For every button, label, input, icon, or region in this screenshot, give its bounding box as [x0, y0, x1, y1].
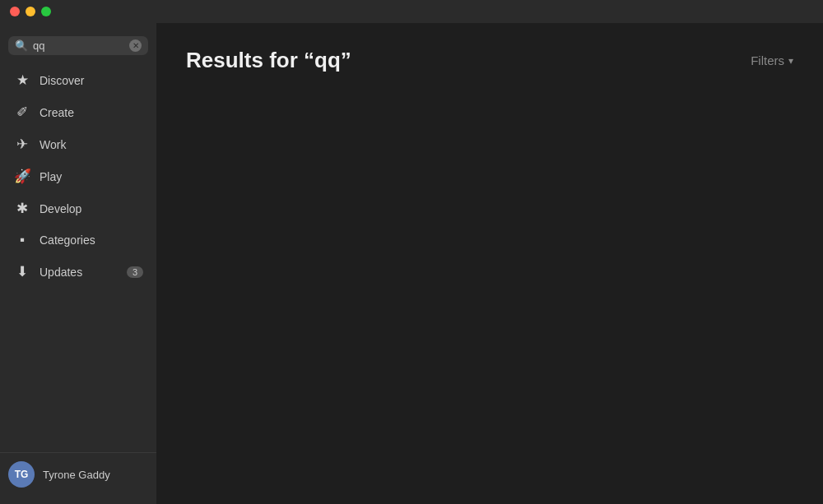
discover-icon: ★ — [13, 72, 31, 89]
user-name: Tyrone Gaddy — [43, 469, 110, 481]
traffic-lights — [10, 7, 51, 16]
sidebar-item-label-discover: Discover — [40, 74, 143, 87]
title-bar — [0, 0, 823, 23]
search-bar-container: 🔍 qq ✕ — [0, 31, 156, 65]
minimize-button[interactable] — [26, 7, 35, 16]
nav-items: ★Discover✐Create✈Work🚀Play✱Develop▪Categ… — [0, 65, 156, 446]
sidebar-item-updates[interactable]: ⬇Updates3 — [5, 257, 151, 287]
results-header: Results for “qq” Filters ▾ — [186, 48, 793, 73]
filters-label: Filters — [751, 53, 784, 67]
sidebar-item-develop[interactable]: ✱Develop — [5, 193, 151, 224]
sidebar-item-discover[interactable]: ★Discover — [5, 65, 151, 95]
sidebar-item-label-develop: Develop — [40, 202, 143, 215]
close-button[interactable] — [10, 7, 20, 16]
sidebar: 🔍 qq ✕ ★Discover✐Create✈Work🚀Play✱Develo… — [0, 23, 156, 504]
categories-icon: ▪ — [13, 232, 31, 248]
search-bar[interactable]: 🔍 qq ✕ — [8, 36, 148, 55]
sidebar-item-play[interactable]: 🚀Play — [5, 161, 151, 192]
filters-button[interactable]: Filters ▾ — [751, 53, 793, 67]
sidebar-item-categories[interactable]: ▪Categories — [5, 225, 151, 255]
sidebar-item-create[interactable]: ✐Create — [5, 97, 151, 127]
develop-icon: ✱ — [13, 200, 31, 217]
search-icon: 🔍 — [15, 39, 28, 52]
sidebar-item-label-create: Create — [40, 106, 143, 119]
sidebar-item-label-play: Play — [40, 170, 143, 183]
chevron-down-icon: ▾ — [788, 55, 793, 67]
maximize-button[interactable] — [41, 7, 51, 16]
updates-badge: 3 — [127, 266, 143, 278]
create-icon: ✐ — [13, 104, 31, 121]
sidebar-footer: TG Tyrone Gaddy — [0, 452, 156, 496]
results-title: Results for “qq” — [186, 48, 351, 73]
search-clear-button[interactable]: ✕ — [129, 39, 142, 52]
search-input[interactable]: qq — [33, 39, 124, 52]
play-icon: 🚀 — [13, 168, 31, 185]
sidebar-item-label-work: Work — [40, 138, 143, 151]
work-icon: ✈ — [13, 136, 31, 153]
sidebar-item-label-updates: Updates — [40, 266, 119, 279]
updates-icon: ⬇ — [13, 263, 31, 280]
avatar: TG — [8, 461, 35, 488]
main-content: Results for “qq” Filters ▾ — [156, 23, 823, 504]
sidebar-item-work[interactable]: ✈Work — [5, 129, 151, 160]
app-container: 🔍 qq ✕ ★Discover✐Create✈Work🚀Play✱Develo… — [0, 23, 823, 504]
sidebar-item-label-categories: Categories — [40, 234, 143, 247]
